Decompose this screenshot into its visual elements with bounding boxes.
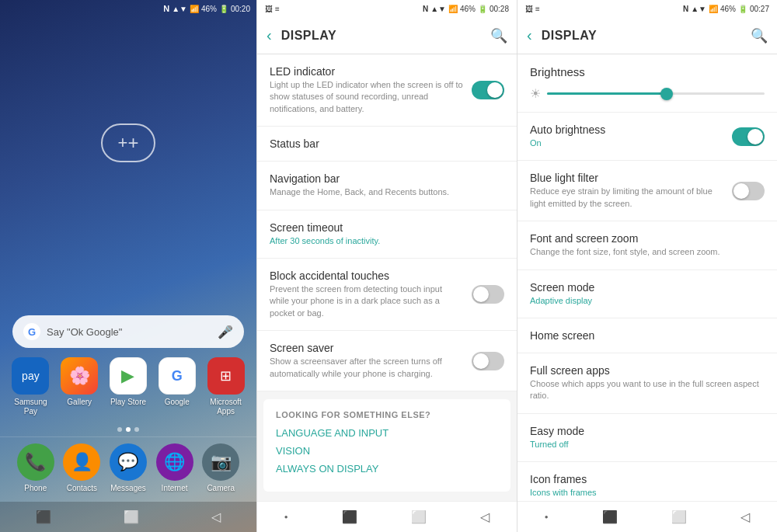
mic-icon[interactable]: 🎤 bbox=[218, 325, 233, 339]
font-zoom-item[interactable]: Font and screen zoom Change the font siz… bbox=[517, 221, 777, 269]
looking-section: LOOKING FOR SOMETHING ELSE? LANGUAGE AND… bbox=[263, 399, 510, 492]
google-search-bar[interactable]: G Say "Ok Google" 🎤 bbox=[12, 315, 244, 348]
led-toggle[interactable] bbox=[472, 81, 504, 99]
app-samsung-pay[interactable]: pay SamsungPay bbox=[7, 357, 54, 416]
easy-mode-item[interactable]: Easy mode Turned off bbox=[517, 414, 777, 462]
auto-brightness-item[interactable]: Auto brightness On bbox=[517, 113, 777, 161]
back-arrow-2[interactable]: ‹ bbox=[267, 26, 272, 44]
wifi-icon-2: 📶 bbox=[448, 5, 458, 13]
messages-icon: 💬 bbox=[110, 443, 147, 481]
brightness-settings-list: Brightness ☀ Auto brightness On Blue l bbox=[517, 54, 777, 501]
display-title: DISPLAY bbox=[281, 29, 490, 43]
contacts-label: Contacts bbox=[67, 484, 97, 492]
dock-phone[interactable]: 📞 Phone bbox=[17, 443, 54, 492]
always-on-link[interactable]: ALWAYS ON DISPLAY bbox=[276, 463, 498, 475]
full-screen-item[interactable]: Full screen apps Choose which apps you w… bbox=[517, 353, 777, 414]
brightness-slider-item: Brightness ☀ bbox=[517, 54, 777, 113]
screen-saver-subtitle: Show a screensaver after the screen turn… bbox=[270, 356, 464, 380]
screen-saver-toggle[interactable] bbox=[472, 352, 504, 370]
home-screen-item[interactable]: Home screen bbox=[517, 318, 777, 353]
home-screen-title: Home screen bbox=[530, 329, 765, 342]
navigation-bar-item[interactable]: Navigation bar Manage the Home, Back, an… bbox=[257, 162, 517, 210]
home-btn-3[interactable]: ⬜ bbox=[671, 509, 687, 524]
brightness-slider-knob[interactable] bbox=[660, 88, 673, 100]
home-screen-text: Home screen bbox=[530, 329, 765, 342]
status-bar-item[interactable]: Status bar bbox=[257, 127, 517, 162]
back-arrow-3[interactable]: ‹ bbox=[527, 26, 532, 44]
led-toggle-knob bbox=[487, 82, 503, 98]
dock-camera[interactable]: 📷 Camera bbox=[202, 443, 239, 492]
settings-list: LED indicator Light up the LED indicator… bbox=[257, 54, 517, 501]
screen-timeout-content: Screen timeout After 30 seconds of inact… bbox=[270, 221, 504, 247]
samsung-pay-label: SamsungPay bbox=[14, 398, 47, 416]
icon-frames-item[interactable]: Icon frames Icons with frames bbox=[517, 462, 777, 501]
back-button[interactable]: ◁ bbox=[211, 509, 221, 524]
page-indicators bbox=[0, 422, 256, 436]
status-icons-left: 🖼 ≡ bbox=[265, 5, 280, 13]
auto-brightness-sub: On bbox=[530, 137, 724, 149]
back-btn-2[interactable]: ◁ bbox=[480, 509, 490, 524]
app-play-store[interactable]: ▶ Play Store bbox=[105, 357, 152, 416]
led-indicator-item[interactable]: LED indicator Light up the LED indicator… bbox=[257, 54, 517, 127]
dock-internet[interactable]: 🌐 Internet bbox=[156, 443, 193, 492]
notification-icon-3: ≡ bbox=[535, 5, 540, 13]
contacts-icon: 👤 bbox=[63, 443, 100, 481]
full-screen-text: Full screen apps Choose which apps you w… bbox=[530, 364, 765, 402]
block-accidental-item[interactable]: Block accidental touches Prevent the scr… bbox=[257, 259, 517, 331]
vision-link[interactable]: VISION bbox=[276, 445, 498, 457]
recent-apps-btn-2[interactable]: ⬛ bbox=[342, 509, 357, 524]
cloud-icon-area: + bbox=[0, 17, 256, 315]
brightness-low-icon: ☀ bbox=[530, 86, 541, 101]
auto-brightness-toggle[interactable] bbox=[732, 127, 765, 146]
time-home: 00:20 bbox=[231, 5, 250, 13]
blue-light-item[interactable]: Blue light filter Reduce eye strain by l… bbox=[517, 161, 777, 221]
app-gallery[interactable]: 🌸 Gallery bbox=[56, 357, 103, 416]
status-icons-right-3: N ▲▼ 📶 46% 🔋 00:27 bbox=[683, 5, 769, 13]
brightness-slider-track[interactable] bbox=[547, 92, 765, 95]
screen-mode-item[interactable]: Screen mode Adaptive display bbox=[517, 270, 777, 318]
microsoft-label: MicrosoftApps bbox=[210, 398, 242, 416]
auto-brightness-knob bbox=[747, 129, 763, 144]
notification-icon: ≡ bbox=[275, 5, 280, 13]
language-input-link[interactable]: LANGUAGE AND INPUT bbox=[276, 427, 498, 439]
search-icon-header[interactable]: 🔍 bbox=[490, 27, 507, 44]
blue-light-text: Blue light filter Reduce eye strain by l… bbox=[530, 172, 724, 210]
block-title: Block accidental touches bbox=[270, 269, 464, 282]
status-icons-left-3: 🖼 ≡ bbox=[525, 5, 540, 13]
dock-contacts[interactable]: 👤 Contacts bbox=[63, 443, 100, 492]
icon-frames-title: Icon frames bbox=[530, 473, 765, 485]
add-to-home-icon[interactable]: + bbox=[101, 123, 155, 162]
screen-timeout-item[interactable]: Screen timeout After 30 seconds of inact… bbox=[257, 210, 517, 259]
wifi-icon: 📶 bbox=[190, 5, 199, 13]
app-google[interactable]: G Google bbox=[154, 357, 200, 416]
battery-icon-2: 🔋 bbox=[478, 5, 487, 13]
block-content: Block accidental touches Prevent the scr… bbox=[270, 269, 464, 319]
screen-timeout-subtitle: After 30 seconds of inactivity. bbox=[270, 235, 504, 247]
blue-light-title: Blue light filter bbox=[530, 172, 724, 184]
blue-light-sub: Reduce eye strain by limiting the amount… bbox=[530, 186, 724, 210]
home-btn-2[interactable]: ⬜ bbox=[411, 509, 427, 524]
photo-icon: 🖼 bbox=[265, 5, 273, 13]
home-button[interactable]: ⬜ bbox=[124, 509, 139, 524]
back-btn-3[interactable]: ◁ bbox=[740, 509, 750, 524]
navigation-bar-content: Navigation bar Manage the Home, Back, an… bbox=[270, 172, 504, 198]
screen-saver-item[interactable]: Screen saver Show a screensaver after th… bbox=[257, 331, 517, 391]
recent-apps-btn-3[interactable]: ⬛ bbox=[602, 509, 618, 524]
home-status-icons: N ▲▼ 📶 46% 🔋 00:20 bbox=[163, 4, 250, 13]
signal-n-3: N bbox=[683, 5, 688, 13]
camera-icon: 📷 bbox=[202, 443, 239, 481]
messages-label: Messages bbox=[110, 484, 146, 492]
blue-light-toggle[interactable] bbox=[732, 182, 765, 200]
page-dot bbox=[117, 427, 122, 432]
panel-home: N ▲▼ 📶 46% 🔋 00:20 + G Say "Ok Google" 🎤… bbox=[0, 0, 256, 532]
search-icon-3[interactable]: 🔍 bbox=[751, 27, 768, 44]
google-logo: G bbox=[23, 323, 40, 340]
block-toggle[interactable] bbox=[472, 285, 504, 304]
dock-messages[interactable]: 💬 Messages bbox=[110, 443, 147, 492]
app-microsoft[interactable]: ⊞ MicrosoftApps bbox=[203, 357, 249, 416]
nav-bar-2: ● ⬛ ⬜ ◁ bbox=[257, 501, 517, 532]
recent-apps-button[interactable]: ⬛ bbox=[36, 509, 51, 524]
battery-percent: 46% bbox=[201, 5, 217, 13]
status-icons-right: N ▲▼ 📶 46% 🔋 00:28 bbox=[423, 5, 509, 13]
block-subtitle: Prevent the screen from detecting touch … bbox=[270, 283, 464, 319]
